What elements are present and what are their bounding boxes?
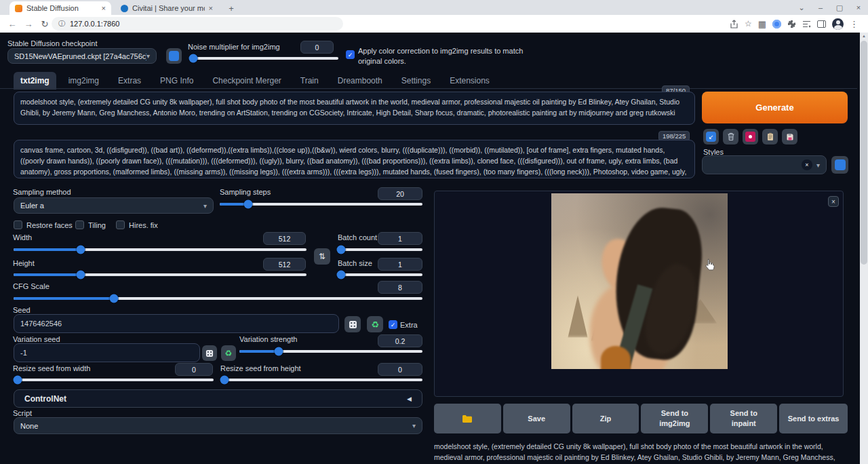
sampling-steps-slider[interactable] [220,203,422,206]
window-minimize-icon[interactable]: – [811,0,830,15]
save-button[interactable]: Save [503,404,570,433]
resize-seed-width-slider[interactable] [14,379,214,381]
accordion-arrow-icon: ◀ [407,395,412,402]
reading-list-icon[interactable] [802,20,811,28]
resize-seed-height-slider[interactable] [220,379,422,381]
batch-count-slider[interactable] [338,248,422,251]
tab-txt2img[interactable]: txt2img [14,72,56,90]
extra-networks-button[interactable] [743,129,758,144]
generated-image[interactable] [551,193,728,369]
variation-seed-input[interactable]: -1 [14,343,200,362]
tiling-checkbox[interactable] [75,220,84,229]
extensions-puzzle-icon[interactable] [787,20,796,28]
save-label: Save [528,414,545,424]
window-close-icon[interactable]: × [849,0,868,15]
extension-blue-icon[interactable] [772,20,781,28]
side-panel-icon[interactable] [817,20,826,28]
tab-train[interactable]: Train [294,72,326,90]
variation-strength-slider[interactable] [239,350,422,353]
forward-icon[interactable]: → [20,16,37,32]
restore-faces-checkbox[interactable] [14,220,22,229]
bookmark-star-icon[interactable]: ☆ [745,19,752,28]
recycle-icon: ♻ [225,349,233,358]
width-input[interactable]: 512 [263,232,306,245]
controlnet-accordion[interactable]: ControlNet ◀ [14,389,422,408]
extension-grid-icon[interactable]: ▦ [758,19,766,29]
script-dropdown[interactable]: None ▾ [14,417,422,434]
swap-icon: ⇅ [319,252,326,261]
variation-strength-input[interactable]: 0.2 [378,334,422,347]
color-correction-checkbox[interactable]: ✓ [346,50,355,59]
negative-prompt-textarea[interactable]: canvas frame, cartoon, 3d, ((disfigured)… [14,140,694,178]
tab-close-icon[interactable]: × [209,4,213,12]
tab-png-info[interactable]: PNG Info [153,72,200,90]
tab-extras[interactable]: Extras [111,72,148,90]
tab-extensions[interactable]: Extensions [443,72,496,90]
reload-icon[interactable]: ↻ [37,16,53,32]
extra-seed-checkbox[interactable]: ✓ [389,320,397,329]
height-input[interactable]: 512 [263,258,306,271]
random-seed-button[interactable] [344,316,361,332]
variation-random-seed-button[interactable] [202,345,217,361]
tab-dreambooth[interactable]: Dreambooth [331,72,389,90]
prompt-textarea[interactable]: modelshoot style, (extremely detailed CG… [14,92,694,124]
browser-menu-kebab-icon[interactable]: ⋮ [850,19,859,29]
cfg-scale-input[interactable]: 8 [378,281,422,294]
scrollbar-up-arrow[interactable]: ▲ [860,34,868,38]
tab-checkpoint-merger[interactable]: Checkpoint Merger [205,72,288,90]
sampling-steps-input[interactable]: 20 [378,187,422,200]
share-icon[interactable] [730,20,738,28]
tab-settings[interactable]: Settings [395,72,437,90]
open-folder-button[interactable] [434,404,501,433]
clear-styles-icon[interactable]: × [802,159,812,170]
browser-tab-strip: Stable Diffusion × Civitai | Share your … [0,0,868,15]
swap-dimensions-button[interactable]: ⇅ [314,248,330,265]
page-scrollbar[interactable]: ▲ [860,33,868,464]
styles-refresh-button[interactable] [831,156,848,174]
noise-multiplier-input[interactable]: 0 [300,41,334,54]
zip-button[interactable]: Zip [572,404,639,433]
resize-seed-height-input[interactable]: 0 [378,363,422,376]
new-tab-button[interactable]: + [225,2,237,14]
noise-multiplier-slider[interactable] [191,57,338,60]
save-style-button[interactable] [782,129,797,144]
site-info-icon[interactable]: ⓘ [58,19,65,28]
tab-img2img[interactable]: img2img [62,72,106,90]
sampling-method-dropdown[interactable]: Euler a ▾ [14,197,214,214]
apply-style-button[interactable] [762,129,778,144]
cfg-scale-slider[interactable] [14,297,422,300]
window-menu-chevron-icon[interactable]: ⌄ [792,0,811,15]
scrollbar-thumb[interactable] [861,41,867,265]
checkpoint-dropdown[interactable]: SD15NewVAEpruned.ckpt [27a4ac756c] ▾ [7,48,157,64]
tab-close-icon[interactable]: × [102,4,106,12]
send-to-img2img-button[interactable]: Send to img2img [641,404,708,433]
batch-size-slider[interactable] [338,273,422,276]
hires-fix-checkbox[interactable] [116,220,125,229]
variation-strength-label: Variation strength [239,335,297,343]
send-to-inpaint-button[interactable]: Send to inpaint [710,404,777,433]
output-gallery: × [434,191,844,397]
read-parameters-button[interactable]: ↙ [703,129,719,144]
color-correction-label: Apply color correction to img2img result… [358,46,526,66]
profile-avatar[interactable] [832,18,844,30]
height-slider[interactable] [14,273,307,276]
seed-input[interactable]: 1476462546 [14,314,339,333]
back-icon[interactable]: ← [4,16,20,32]
browser-tab-civitai[interactable]: Civitai | Share your models × [115,1,218,15]
send-to-extras-button[interactable]: Send to extras [779,404,848,433]
close-gallery-icon[interactable]: × [828,196,839,207]
batch-count-input[interactable]: 1 [378,232,422,245]
batch-count-label: Batch count [338,233,377,241]
reuse-seed-button[interactable]: ♻ [367,316,383,332]
browser-tab-stable-diffusion[interactable]: Stable Diffusion × [9,1,111,15]
styles-dropdown[interactable]: × ▾ [702,155,827,174]
checkpoint-refresh-button[interactable] [166,48,182,64]
clear-prompt-button[interactable] [723,129,738,144]
width-slider[interactable] [14,248,307,251]
window-restore-icon[interactable]: ▢ [830,0,849,15]
resize-seed-width-input[interactable]: 0 [175,363,213,376]
variation-reuse-seed-button[interactable]: ♻ [221,345,236,361]
address-bar[interactable]: ⓘ 127.0.0.1:7860 [52,17,343,31]
generate-button[interactable]: Generate [702,92,848,123]
batch-size-input[interactable]: 1 [378,258,422,271]
